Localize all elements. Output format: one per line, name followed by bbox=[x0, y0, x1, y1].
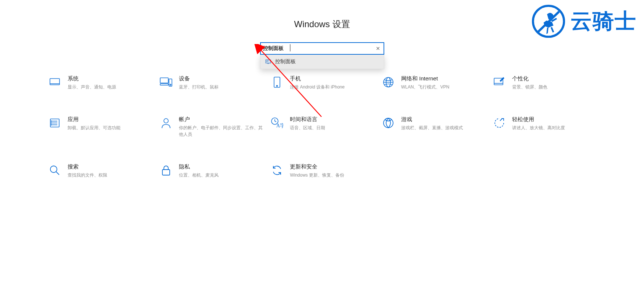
tile-title: 应用 bbox=[68, 116, 152, 123]
tile-desc: 语音、区域、日期 bbox=[290, 124, 374, 131]
tile-desc: 查找我的文件、权限 bbox=[68, 172, 152, 178]
search-box[interactable]: │ ✕ bbox=[260, 42, 384, 55]
settings-grid: 系统 显示、声音、通知、电源 设备 蓝牙、打印机、鼠标 手机 连接 bbox=[48, 75, 596, 178]
tile-desc: 讲述人、放大镜、高对比度 bbox=[512, 124, 596, 131]
tile-title: 游戏 bbox=[401, 116, 485, 123]
ease-of-access-icon bbox=[492, 116, 506, 130]
svg-rect-5 bbox=[266, 61, 267, 62]
search-container: │ ✕ 控制面板 bbox=[260, 42, 384, 69]
tile-network[interactable]: 网络和 Internet WLAN、飞行模式、VPN bbox=[381, 75, 485, 90]
svg-point-33 bbox=[384, 118, 393, 128]
search-input[interactable] bbox=[263, 46, 375, 51]
tile-system[interactable]: 系统 显示、声音、通知、电源 bbox=[48, 75, 152, 90]
tile-ease-of-access[interactable]: 轻松使用 讲述人、放大镜、高对比度 bbox=[492, 116, 596, 138]
tile-title: 轻松使用 bbox=[512, 116, 596, 123]
tile-desc: 你的帐户、电子邮件、同步设置、工作、其他人员 bbox=[179, 124, 263, 138]
tile-gaming[interactable]: 游戏 游戏栏、截屏、直播、游戏模式 bbox=[381, 116, 485, 138]
brand-text: 云骑士 bbox=[571, 7, 637, 36]
control-panel-icon bbox=[265, 58, 271, 65]
tile-apps[interactable]: 应用 卸载、默认应用、可选功能 bbox=[48, 116, 152, 138]
phone-icon bbox=[270, 75, 284, 89]
tile-privacy[interactable]: 隐私 位置、相机、麦克风 bbox=[159, 163, 263, 178]
svg-point-13 bbox=[170, 84, 171, 85]
tile-desc: 位置、相机、麦克风 bbox=[179, 172, 263, 178]
devices-icon bbox=[159, 75, 173, 89]
privacy-icon bbox=[159, 163, 173, 177]
svg-rect-11 bbox=[160, 84, 168, 85]
tile-title: 隐私 bbox=[179, 163, 263, 170]
tile-title: 设备 bbox=[179, 75, 263, 82]
tile-desc: 显示、声音、通知、电源 bbox=[68, 84, 152, 90]
apps-icon bbox=[48, 116, 62, 130]
system-icon bbox=[48, 75, 62, 89]
time-language-icon: A字 bbox=[270, 116, 284, 130]
svg-rect-3 bbox=[266, 61, 267, 61]
svg-text:A字: A字 bbox=[276, 123, 283, 128]
watermark: 云骑士 bbox=[531, 4, 637, 39]
tile-title: 更新和安全 bbox=[290, 163, 374, 170]
brand-logo-icon bbox=[531, 4, 566, 39]
tile-accounts[interactable]: 帐户 你的帐户、电子邮件、同步设置、工作、其他人员 bbox=[159, 116, 263, 138]
svg-point-26 bbox=[51, 123, 52, 123]
tile-time-language[interactable]: A字 时间和语言 语音、区域、日期 bbox=[270, 116, 374, 138]
tile-desc: WLAN、飞行模式、VPN bbox=[401, 84, 485, 90]
svg-point-15 bbox=[277, 86, 278, 87]
svg-point-28 bbox=[164, 119, 168, 123]
page-title: Windows 设置 bbox=[294, 18, 350, 30]
clear-icon[interactable]: ✕ bbox=[375, 45, 381, 52]
svg-point-25 bbox=[51, 121, 52, 122]
search-suggestions: 控制面板 bbox=[260, 55, 384, 69]
tile-title: 帐户 bbox=[179, 116, 263, 123]
svg-rect-36 bbox=[162, 170, 170, 175]
tile-update-security[interactable]: 更新和安全 Windows 更新、恢复、备份 bbox=[270, 163, 374, 178]
tile-title: 网络和 Internet bbox=[401, 75, 485, 82]
tile-title: 个性化 bbox=[512, 75, 596, 82]
svg-line-35 bbox=[56, 172, 59, 175]
tile-title: 系统 bbox=[68, 75, 152, 82]
suggestion-label: 控制面板 bbox=[275, 58, 296, 65]
tile-desc: 蓝牙、打印机、鼠标 bbox=[179, 84, 263, 90]
personalization-icon bbox=[492, 75, 506, 89]
tile-desc: 连接 Android 设备和 iPhone bbox=[290, 84, 374, 90]
svg-line-31 bbox=[275, 121, 276, 122]
svg-rect-10 bbox=[160, 78, 168, 83]
tile-search[interactable]: 搜索 查找我的文件、权限 bbox=[48, 163, 152, 178]
gaming-icon bbox=[381, 116, 395, 130]
update-icon bbox=[270, 163, 284, 177]
tile-desc: 卸载、默认应用、可选功能 bbox=[68, 124, 152, 131]
svg-rect-6 bbox=[267, 64, 269, 64]
tile-personalization[interactable]: 个性化 背景、锁屏、颜色 bbox=[492, 75, 596, 90]
tile-desc: 游戏栏、截屏、直播、游戏模式 bbox=[401, 124, 485, 131]
suggestion-item-control-panel[interactable]: 控制面板 bbox=[260, 55, 384, 69]
network-icon bbox=[381, 75, 395, 89]
search-icon bbox=[48, 163, 62, 177]
tile-title: 搜索 bbox=[68, 163, 152, 170]
svg-rect-4 bbox=[267, 61, 268, 61]
tile-desc: Windows 更新、恢复、备份 bbox=[290, 172, 374, 178]
tile-title: 手机 bbox=[290, 75, 374, 82]
svg-point-34 bbox=[50, 166, 57, 173]
tile-desc: 背景、锁屏、颜色 bbox=[512, 84, 596, 90]
tile-phone[interactable]: 手机 连接 Android 设备和 iPhone bbox=[270, 75, 374, 90]
svg-point-27 bbox=[51, 124, 52, 125]
tile-devices[interactable]: 设备 蓝牙、打印机、鼠标 bbox=[159, 75, 263, 90]
tile-title: 时间和语言 bbox=[290, 116, 374, 123]
accounts-icon bbox=[159, 116, 173, 130]
